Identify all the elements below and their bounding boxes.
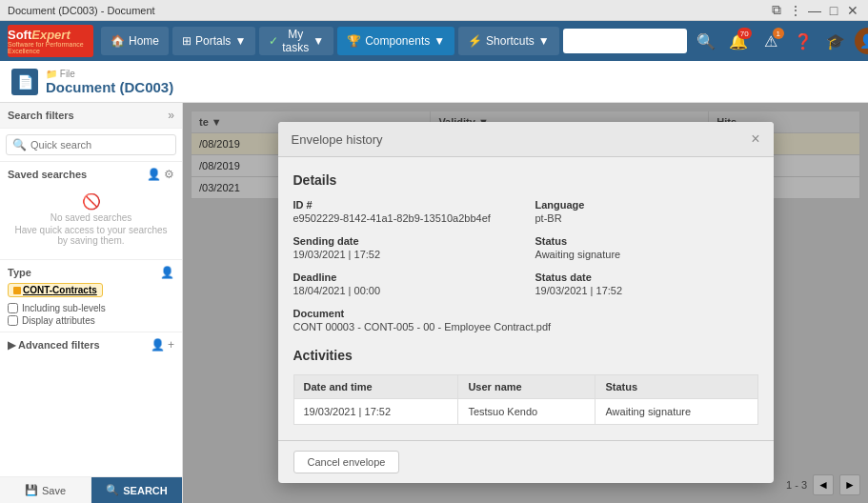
detail-language: Language pt-BR xyxy=(535,199,758,224)
save-icon: 💾 xyxy=(25,484,38,496)
advanced-toggle[interactable]: ▶ Advanced filters xyxy=(8,339,100,352)
nav-mytasks[interactable]: ✓ My tasks ▼ xyxy=(259,27,333,55)
sidebar-title: Search filters xyxy=(8,110,74,121)
type-section: Type 👤 CONT-Contracts Including sub-leve… xyxy=(0,260,182,332)
help-btn[interactable]: ❓ xyxy=(790,28,817,54)
components-dropdown-icon: ▼ xyxy=(434,34,445,48)
modal-footer: Cancel envelope xyxy=(278,440,774,483)
type-action-btn[interactable]: 👤 xyxy=(160,266,174,279)
graduation-btn[interactable]: 🎓 xyxy=(822,28,849,54)
alert-badge: 1 xyxy=(773,28,784,39)
modal-header: Envelope history × xyxy=(278,122,774,157)
search-button[interactable]: 🔍 SEARCH xyxy=(91,477,182,503)
page-icon: 📄 xyxy=(11,69,38,95)
no-saved-icon: 🚫 xyxy=(82,192,101,211)
bell-badge: 70 xyxy=(737,28,752,39)
nav-components[interactable]: 🏆 Components ▼ xyxy=(337,27,454,55)
advanced-plus-btn[interactable]: + xyxy=(168,338,174,352)
search-input-wrap: 🔍 xyxy=(6,134,176,155)
sidebar-collapse-btn[interactable]: » xyxy=(168,109,174,122)
col-datetime: Date and time xyxy=(293,375,458,399)
nav-shortcuts[interactable]: ⚡ Shortcuts ▼ xyxy=(458,27,559,55)
including-sub-levels-checkbox[interactable] xyxy=(8,303,18,313)
detail-sending-date: Sending date 19/03/2021 | 17:52 xyxy=(293,235,516,260)
graduation-icon: 🎓 xyxy=(826,32,845,50)
sidebar: Search filters » 🔍 Saved searches 👤 ⚙ 🚫 … xyxy=(0,103,183,503)
shortcuts-dropdown-icon: ▼ xyxy=(538,34,550,48)
cancel-envelope-btn[interactable]: Cancel envelope xyxy=(293,451,400,473)
nav-portals[interactable]: ⊞ Portals ▼ xyxy=(172,27,255,55)
type-tag-icon xyxy=(13,287,21,294)
search-icon-btn[interactable]: 🔍 xyxy=(693,28,719,54)
display-attributes-row: Display attributes xyxy=(8,315,174,326)
including-sub-levels-row: Including sub-levels xyxy=(8,303,174,313)
display-attributes-checkbox[interactable] xyxy=(8,315,18,326)
nav-search-area: 🔍 🔔 70 ⚠ 1 ❓ 🎓 👤 xyxy=(563,28,868,54)
mytasks-dropdown-icon: ▼ xyxy=(313,34,324,48)
type-header: Type 👤 xyxy=(8,266,174,279)
saved-searches-actions: 👤 ⚙ xyxy=(147,168,174,181)
page-file-label: 📁 File xyxy=(46,69,173,79)
mytasks-icon: ✓ xyxy=(269,34,278,48)
activities-table: Date and time User name Status 19/03/202… xyxy=(293,374,758,425)
home-icon: 🏠 xyxy=(111,34,125,48)
puzzle-btn[interactable]: ⧉ xyxy=(769,3,784,18)
saved-searches-add-btn[interactable]: 👤 xyxy=(147,168,161,181)
advanced-section: ▶ Advanced filters 👤 + xyxy=(0,332,182,357)
advanced-add-btn[interactable]: 👤 xyxy=(151,338,165,352)
window-title: Document (DC003) - Document xyxy=(8,5,155,16)
minimize-btn[interactable]: — xyxy=(807,3,822,18)
detail-status-date: Status date 19/03/2021 | 17:52 xyxy=(535,272,758,296)
nav-search-input[interactable] xyxy=(563,29,687,53)
content-area: te ▼ Validity ▼ Hits /08/2019 1 /08/2019… xyxy=(183,103,868,503)
saved-searches-settings-btn[interactable]: ⚙ xyxy=(164,168,174,181)
nav-home[interactable]: 🏠 Home xyxy=(101,27,169,55)
main-area: Search filters » 🔍 Saved searches 👤 ⚙ 🚫 … xyxy=(0,103,868,503)
details-grid: ID # e9502229-8142-41a1-82b9-13510a2bb4e… xyxy=(293,199,758,332)
activities-section: Activities Date and time User name Statu… xyxy=(293,348,758,425)
save-button[interactable]: 💾 Save xyxy=(0,477,91,503)
detail-deadline: Deadline 18/04/2021 | 00:00 xyxy=(293,272,516,296)
search-icon: 🔍 xyxy=(12,138,27,151)
type-title: Type xyxy=(8,267,31,278)
modal-close-btn[interactable]: × xyxy=(751,131,759,147)
modal-overlay: Envelope history × Details ID # e9502229… xyxy=(183,103,868,503)
saved-searches-section: Saved searches 👤 ⚙ 🚫 No saved searches H… xyxy=(0,162,182,260)
type-tag[interactable]: CONT-Contracts xyxy=(8,283,103,297)
alert-btn[interactable]: ⚠ 1 xyxy=(757,28,784,54)
detail-status: Status Awaiting signature xyxy=(535,235,758,260)
components-icon: 🏆 xyxy=(347,34,361,48)
modal-title: Envelope history xyxy=(292,132,383,147)
portals-icon: ⊞ xyxy=(182,34,192,48)
type-tag-text: CONT-Contracts xyxy=(23,285,97,295)
file-icon: 📁 xyxy=(46,69,57,79)
search-box: 🔍 xyxy=(0,129,182,162)
title-bar: Document (DC003) - Document ⧉ ⋮ — □ ✕ xyxy=(0,0,868,21)
col-username: User name xyxy=(458,375,595,399)
advanced-actions: 👤 + xyxy=(151,338,174,352)
activities-heading: Activities xyxy=(293,348,758,363)
advanced-chevron-icon: ▶ xyxy=(8,339,15,352)
menu-btn[interactable]: ⋮ xyxy=(788,3,803,18)
detail-id: ID # e9502229-8142-41a1-82b9-13510a2bb4e… xyxy=(293,199,516,224)
avatar[interactable]: 👤 xyxy=(855,28,868,54)
modal-body: Details ID # e9502229-8142-41a1-82b9-135… xyxy=(278,157,774,440)
maximize-btn[interactable]: □ xyxy=(826,3,841,18)
portals-dropdown-icon: ▼ xyxy=(234,34,246,48)
saved-searches-header: Saved searches 👤 ⚙ xyxy=(8,168,174,181)
help-icon: ❓ xyxy=(794,32,813,50)
logo: SoftExpert Software for Performance Exce… xyxy=(8,25,93,57)
page-header: 📄 📁 File Document (DC003) xyxy=(0,61,868,103)
search-input[interactable] xyxy=(30,139,170,151)
window-controls: ⧉ ⋮ — □ ✕ xyxy=(769,3,860,18)
col-status: Status xyxy=(595,375,757,399)
no-saved-message: 🚫 No saved searches Have quick access to… xyxy=(8,185,174,253)
notification-bell-btn[interactable]: 🔔 70 xyxy=(725,28,752,54)
sidebar-footer: 💾 Save 🔍 SEARCH xyxy=(0,476,182,503)
page-header-info: 📁 File Document (DC003) xyxy=(46,69,173,95)
logo-tagline: Software for Performance Excellence xyxy=(8,41,93,54)
search-icon: 🔍 xyxy=(106,484,119,496)
sidebar-header: Search filters » xyxy=(0,103,182,129)
close-btn[interactable]: ✕ xyxy=(845,3,860,18)
details-heading: Details xyxy=(293,172,758,188)
